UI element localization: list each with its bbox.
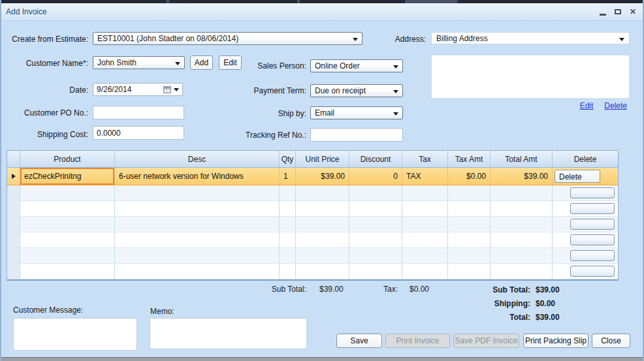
empty-cell[interactable]	[448, 185, 491, 200]
empty-cell[interactable]	[491, 217, 553, 232]
delete-row-button[interactable]	[570, 187, 615, 198]
create-from-estimate-select[interactable]: EST10001 (John Stadter on 08/06/2014)	[93, 32, 362, 45]
empty-cell[interactable]	[349, 217, 402, 232]
empty-cell[interactable]	[296, 217, 349, 232]
empty-cell[interactable]	[20, 232, 115, 247]
date-picker[interactable]: 9/26/2014	[93, 83, 183, 96]
empty-cell[interactable]	[280, 217, 296, 232]
table-row-empty[interactable]	[7, 217, 618, 232]
table-row-empty[interactable]	[7, 248, 618, 264]
qty-cell[interactable]: 1	[280, 168, 296, 185]
discount-cell[interactable]: 0	[349, 168, 402, 185]
empty-cell[interactable]	[553, 201, 618, 216]
customer-name-select[interactable]: John Smith	[93, 56, 185, 69]
col-discount[interactable]: Discount	[349, 151, 402, 167]
empty-cell[interactable]	[296, 232, 349, 247]
empty-cell[interactable]	[553, 264, 618, 279]
empty-cell[interactable]	[491, 248, 553, 263]
empty-cell[interactable]	[280, 248, 296, 263]
row-selector-cell[interactable]	[7, 264, 20, 279]
empty-cell[interactable]	[115, 264, 280, 279]
address-select[interactable]: Billing Address	[431, 32, 630, 44]
empty-cell[interactable]	[20, 201, 115, 216]
col-delete[interactable]: Delete	[553, 151, 618, 167]
empty-cell[interactable]	[349, 232, 402, 247]
empty-cell[interactable]	[20, 217, 115, 232]
empty-cell[interactable]	[491, 185, 553, 200]
table-row-empty[interactable]	[7, 232, 618, 248]
empty-cell[interactable]	[296, 248, 349, 263]
empty-cell[interactable]	[115, 232, 280, 247]
print-packing-slip-button[interactable]: Print Packing Slip	[523, 334, 588, 348]
total-amt-cell[interactable]: $39.00	[491, 168, 553, 185]
table-row-empty[interactable]	[7, 185, 618, 201]
tax-amt-cell[interactable]: $0.00	[448, 168, 491, 185]
empty-cell[interactable]	[115, 217, 280, 232]
ship-by-select[interactable]: Email	[310, 106, 403, 119]
row-selector-cell[interactable]	[7, 168, 20, 185]
empty-cell[interactable]	[296, 185, 349, 200]
col-qty[interactable]: Qty	[280, 151, 296, 167]
empty-cell[interactable]	[491, 201, 553, 216]
empty-cell[interactable]	[491, 232, 553, 247]
customer-message-textarea[interactable]	[13, 318, 137, 351]
col-product[interactable]: Product	[20, 151, 115, 167]
empty-cell[interactable]	[280, 201, 296, 216]
empty-cell[interactable]	[448, 217, 491, 232]
col-unit-price[interactable]: Unit Price	[296, 151, 349, 167]
empty-cell[interactable]	[20, 264, 115, 279]
empty-cell[interactable]	[553, 248, 618, 263]
empty-cell[interactable]	[349, 264, 402, 279]
empty-cell[interactable]	[115, 185, 280, 200]
empty-cell[interactable]	[553, 217, 618, 232]
tracking-ref-input[interactable]	[310, 128, 403, 142]
empty-cell[interactable]	[280, 232, 296, 247]
col-tax-amt[interactable]: Tax Amt	[448, 151, 491, 167]
empty-cell[interactable]	[115, 248, 280, 263]
empty-cell[interactable]	[20, 248, 115, 263]
edit-customer-button[interactable]: Edit	[219, 55, 242, 70]
unit-price-cell[interactable]: $39.00	[296, 168, 349, 185]
empty-cell[interactable]	[448, 232, 491, 247]
table-row-empty[interactable]	[7, 264, 618, 279]
empty-cell[interactable]	[448, 264, 491, 279]
empty-cell[interactable]	[402, 201, 448, 216]
memo-textarea[interactable]	[150, 318, 307, 349]
add-customer-button[interactable]: Add	[190, 55, 213, 70]
save-button[interactable]: Save	[336, 334, 382, 348]
row-selector-cell[interactable]	[7, 185, 20, 200]
empty-cell[interactable]	[553, 185, 618, 200]
col-desc[interactable]: Desc	[115, 151, 280, 167]
empty-cell[interactable]	[491, 264, 553, 279]
empty-cell[interactable]	[349, 185, 402, 200]
empty-cell[interactable]	[402, 185, 448, 200]
delete-row-button[interactable]	[570, 219, 615, 230]
address-edit-link[interactable]: Edit	[580, 101, 594, 110]
sales-person-select[interactable]: Online Order	[310, 59, 403, 72]
empty-cell[interactable]	[115, 201, 280, 216]
delete-row-button[interactable]: Delete	[555, 170, 600, 183]
tax-cell[interactable]: TAX	[402, 168, 448, 185]
empty-cell[interactable]	[402, 217, 448, 232]
payment-term-select[interactable]: Due on receipt	[310, 84, 403, 97]
delete-row-button[interactable]	[570, 234, 615, 245]
empty-cell[interactable]	[448, 248, 491, 263]
maximize-icon[interactable]	[615, 9, 621, 14]
delete-row-button[interactable]	[570, 250, 615, 261]
empty-cell[interactable]	[280, 264, 296, 279]
empty-cell[interactable]	[448, 201, 491, 216]
delete-row-button[interactable]	[570, 203, 615, 214]
empty-cell[interactable]	[349, 248, 402, 263]
customer-po-input[interactable]	[93, 106, 184, 119]
empty-cell[interactable]	[553, 232, 618, 247]
product-cell[interactable]: ezCheckPrinitng	[20, 168, 115, 185]
empty-cell[interactable]	[296, 201, 349, 216]
desc-cell[interactable]: 6-user network version for Windows	[115, 168, 280, 185]
close-button[interactable]: Close	[592, 334, 630, 348]
empty-cell[interactable]	[20, 185, 115, 200]
empty-cell[interactable]	[402, 232, 448, 247]
row-selector-cell[interactable]	[7, 248, 20, 263]
minimize-icon[interactable]	[600, 14, 606, 16]
address-textarea[interactable]	[431, 55, 630, 99]
table-row[interactable]: ezCheckPrinitng 6-user network version f…	[7, 168, 618, 185]
